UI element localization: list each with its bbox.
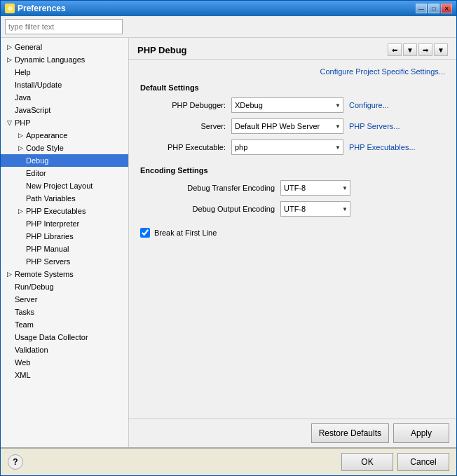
sidebar-item-web[interactable]: Web [1, 356, 128, 369]
sidebar-item-remote-systems[interactable]: ▷ Remote Systems [1, 268, 128, 280]
sidebar-item-usage-data-collector[interactable]: Usage Data Collector [1, 331, 128, 344]
panel-header: PHP Debug ⬅ ▼ ➡ ▼ [129, 38, 456, 60]
sidebar-item-php-executables[interactable]: ▷ PHP Executables [1, 205, 128, 217]
sidebar-item-xml[interactable]: XML [1, 369, 128, 381]
sidebar-item-validation[interactable]: Validation [1, 344, 128, 356]
sidebar-item-php-debug[interactable]: Debug [1, 154, 128, 167]
sidebar: ▷ General ▷ Dynamic Languages Help [1, 38, 129, 447]
sidebar-item-dynamic-languages[interactable]: ▷ Dynamic Languages [1, 53, 128, 66]
close-button[interactable]: ✕ [441, 4, 452, 13]
nav-menu-button[interactable]: ▼ [434, 43, 448, 56]
expander-icon: ▷ [15, 142, 26, 154]
sidebar-item-label: Path Variables [26, 194, 76, 203]
expander-icon [15, 168, 26, 179]
expander-icon [15, 218, 26, 229]
configure-project-link[interactable]: Configure Project Specific Settings... [320, 67, 445, 76]
php-servers-link[interactable]: PHP Servers... [349, 122, 400, 130]
break-at-first-line-label[interactable]: Break at First Line [154, 229, 217, 237]
expander-icon [4, 357, 15, 368]
sidebar-item-help[interactable]: Help [1, 66, 128, 79]
nav-back-button[interactable]: ⬅ [388, 43, 402, 56]
sidebar-item-label: PHP Manual [26, 245, 69, 253]
php-executable-label: PHP Executable: [140, 143, 231, 151]
break-at-first-line-checkbox[interactable] [140, 228, 150, 238]
restore-defaults-button[interactable]: Restore Defaults [311, 423, 389, 443]
cancel-button[interactable]: Cancel [397, 453, 449, 471]
sidebar-item-label: New Project Layout [26, 182, 93, 190]
debug-transfer-select[interactable]: UTF-8 UTF-16 ISO-8859-1 [280, 180, 350, 196]
window-icon: ⚙ [5, 4, 15, 13]
sidebar-item-label: Remote Systems [15, 270, 74, 278]
sidebar-item-php-code-style[interactable]: ▷ Code Style [1, 142, 128, 154]
nav-dropdown-button[interactable]: ▼ [403, 43, 417, 56]
sidebar-item-tasks[interactable]: Tasks [1, 306, 128, 318]
filter-input[interactable] [5, 19, 123, 34]
sidebar-item-javascript[interactable]: JavaScript [1, 104, 128, 116]
panel-title: PHP Debug [137, 45, 187, 55]
sidebar-item-run-debug[interactable]: Run/Debug [1, 280, 128, 293]
expander-icon: ▷ [15, 130, 26, 141]
sidebar-item-php-libraries[interactable]: PHP Libraries [1, 230, 128, 243]
sidebar-item-label: Code Style [26, 144, 64, 152]
expander-icon [4, 92, 15, 103]
apply-button[interactable]: Apply [393, 423, 449, 443]
title-bar-text: ⚙ Preferences [5, 4, 66, 13]
sidebar-item-php-manual[interactable]: PHP Manual [1, 243, 128, 255]
minimize-button[interactable]: — [416, 4, 427, 13]
window-title: Preferences [18, 4, 66, 13]
sidebar-item-general[interactable]: ▷ General [1, 41, 128, 53]
expander-icon [4, 332, 15, 343]
sidebar-item-label: PHP [15, 118, 31, 127]
expander-icon [4, 281, 15, 292]
sidebar-item-server[interactable]: Server [1, 293, 128, 306]
debug-output-select[interactable]: UTF-8 UTF-16 ISO-8859-1 [280, 201, 350, 217]
configure-debugger-link[interactable]: Configure... [349, 101, 389, 109]
sidebar-item-label: Team [15, 320, 34, 329]
debug-output-label: Debug Output Encoding [140, 205, 280, 213]
expander-icon: ▷ [4, 41, 15, 53]
ok-button[interactable]: OK [341, 453, 393, 471]
panel-body: Configure Project Specific Settings... D… [129, 60, 456, 419]
main-content: ▷ General ▷ Dynamic Languages Help [1, 16, 456, 447]
sidebar-item-label: PHP Libraries [26, 232, 74, 240]
sidebar-item-install-update[interactable]: Install/Update [1, 79, 128, 91]
server-select[interactable]: Default PHP Web Server [231, 118, 343, 134]
footer-buttons: OK Cancel [341, 453, 449, 471]
filter-bar [1, 16, 456, 38]
debug-output-select-wrap: UTF-8 UTF-16 ISO-8859-1 [280, 201, 350, 217]
debug-transfer-encoding-row: Debug Transfer Encoding UTF-8 UTF-16 ISO… [140, 180, 445, 196]
php-executables-link[interactable]: PHP Executables... [349, 143, 416, 151]
expander-icon [15, 180, 26, 191]
sidebar-item-php-servers[interactable]: PHP Servers [1, 255, 128, 268]
expander-icon [15, 243, 26, 254]
php-executable-select[interactable]: php [231, 140, 343, 155]
sidebar-item-team[interactable]: Team [1, 318, 128, 331]
sidebar-item-php-new-project-layout[interactable]: New Project Layout [1, 179, 128, 192]
sidebar-item-label: Java [15, 93, 31, 102]
sidebar-item-label: Appearance [26, 131, 67, 140]
expander-icon [4, 319, 15, 330]
php-debugger-row: PHP Debugger: XDebug Zend Debugger Confi… [140, 97, 445, 113]
php-debugger-select[interactable]: XDebug Zend Debugger [231, 97, 343, 113]
nav-forward-button[interactable]: ➡ [418, 43, 432, 56]
expander-icon: ▽ [4, 117, 15, 128]
sidebar-item-java[interactable]: Java [1, 91, 128, 104]
sidebar-item-php-path-variables[interactable]: Path Variables [1, 192, 128, 205]
expander-icon [4, 79, 15, 90]
sidebar-item-php-editor[interactable]: Editor [1, 167, 128, 179]
server-row: Server: Default PHP Web Server PHP Serve… [140, 118, 445, 134]
expander-icon [4, 104, 15, 116]
sidebar-item-label: Usage Data Collector [15, 333, 88, 341]
sidebar-item-label: JavaScript [15, 106, 50, 114]
sidebar-item-php-appearance[interactable]: ▷ Appearance [1, 129, 128, 142]
sidebar-item-php[interactable]: ▽ PHP [1, 116, 128, 129]
maximize-button[interactable]: □ [428, 4, 439, 13]
expander-icon [15, 256, 26, 267]
help-button[interactable]: ? [8, 454, 23, 470]
expander-icon [4, 306, 15, 318]
title-bar-buttons: — □ ✕ [416, 4, 452, 13]
sidebar-item-php-interpreter[interactable]: PHP Interpreter [1, 217, 128, 230]
expander-icon: ▷ [4, 268, 15, 280]
expander-icon [15, 193, 26, 204]
php-executable-row: PHP Executable: php PHP Executables... [140, 140, 445, 155]
